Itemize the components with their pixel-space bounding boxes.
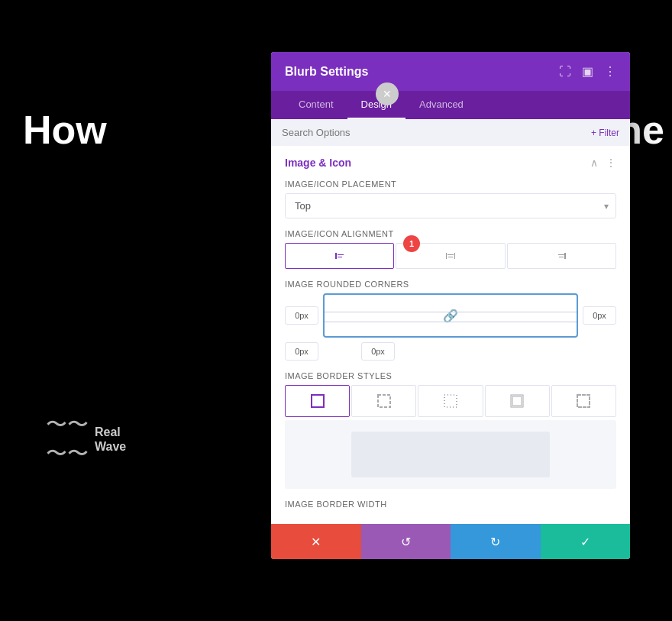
svg-rect-3 [446, 253, 447, 259]
corner-tl-input[interactable] [285, 306, 318, 325]
redo-button[interactable]: ↻ [451, 524, 541, 559]
link-corners-icon[interactable]: 🔗 [443, 309, 458, 323]
section-title: Image & Icon [285, 157, 351, 169]
section-header: Image & Icon ∧ ⋮ [285, 157, 616, 169]
svg-rect-14 [512, 396, 522, 406]
search-input[interactable] [282, 127, 591, 138]
search-bar: + Filter [271, 119, 630, 146]
tabs: Content Design Advanced [271, 91, 630, 119]
rounded-corners-label: Image Rounded Corners [285, 280, 616, 289]
action-bar: ✕ ↺ ↻ ✓ [271, 524, 630, 559]
split-icon[interactable]: ▣ [582, 64, 593, 79]
corner-bl-input[interactable] [285, 342, 318, 361]
panel-body: Image & Icon ∧ ⋮ Image/Icon Placement To… [271, 146, 630, 524]
placement-select[interactable]: Top Left Right Bottom [285, 193, 616, 218]
background-text-left: How [0, 107, 290, 153]
svg-rect-1 [338, 254, 344, 255]
svg-rect-2 [338, 257, 342, 257]
more-icon[interactable]: ⋮ [604, 64, 616, 79]
panel-header: Blurb Settings ⛶ ▣ ⋮ [271, 52, 630, 91]
filter-button[interactable]: + Filter [591, 128, 619, 138]
alignment-buttons: 1 [285, 243, 616, 269]
corner-br-input[interactable] [361, 342, 395, 361]
collapse-icon[interactable]: ∧ [590, 157, 598, 169]
panel-title: Blurb Settings [285, 65, 368, 79]
corner-tr-input[interactable] [583, 306, 616, 325]
section-more-icon[interactable]: ⋮ [606, 157, 616, 169]
border-preview-inner [351, 432, 550, 477]
logo: 〜〜〜〜 RealWave [46, 410, 126, 468]
svg-rect-10 [312, 395, 324, 407]
align-right-button[interactable] [507, 243, 616, 269]
undo-button[interactable]: ↺ [361, 524, 451, 559]
border-styles-label: Image Border Styles [285, 371, 616, 380]
svg-rect-9 [559, 257, 564, 257]
svg-rect-0 [335, 253, 337, 259]
cancel-button[interactable]: ✕ [271, 524, 361, 559]
rounded-corners-control: 🔗 [285, 293, 616, 361]
alignment-label: Image/Icon Alignment [285, 229, 616, 238]
svg-rect-4 [454, 253, 455, 259]
border-preview-area [285, 420, 616, 489]
placement-label: Image/Icon Placement [285, 180, 616, 189]
blurb-settings-panel: Blurb Settings ⛶ ▣ ⋮ Content Design Adva… [271, 52, 630, 559]
tab-advanced[interactable]: Advanced [405, 91, 477, 119]
border-width-label: Image Border Width [285, 500, 616, 509]
svg-rect-7 [564, 253, 566, 259]
border-dotted-button[interactable] [418, 385, 483, 417]
save-button[interactable]: ✓ [541, 524, 631, 559]
border-double-button[interactable] [485, 385, 550, 417]
svg-rect-6 [448, 257, 453, 257]
badge-1: 1 [403, 235, 420, 252]
placement-dropdown-wrapper: Top Left Right Bottom ▾ [285, 193, 616, 218]
section-controls: ∧ ⋮ [590, 157, 616, 169]
svg-rect-12 [444, 395, 457, 407]
panel-header-icons: ⛶ ▣ ⋮ [559, 64, 616, 79]
border-style-buttons [285, 385, 616, 417]
svg-rect-8 [558, 254, 564, 255]
border-solid-button[interactable] [285, 385, 350, 417]
align-left-button[interactable] [285, 243, 394, 269]
border-dashed-button[interactable] [351, 385, 416, 417]
close-button[interactable]: ✕ [376, 82, 399, 105]
fullscreen-icon[interactable]: ⛶ [559, 65, 571, 79]
logo-text: RealWave [95, 425, 126, 454]
svg-rect-15 [577, 395, 590, 407]
border-groove-button[interactable] [551, 385, 616, 417]
tab-content[interactable]: Content [285, 91, 347, 119]
svg-rect-5 [447, 254, 454, 255]
svg-rect-11 [378, 395, 390, 407]
logo-icon: 〜〜〜〜 [46, 410, 89, 468]
corners-preview: 🔗 [323, 293, 578, 338]
